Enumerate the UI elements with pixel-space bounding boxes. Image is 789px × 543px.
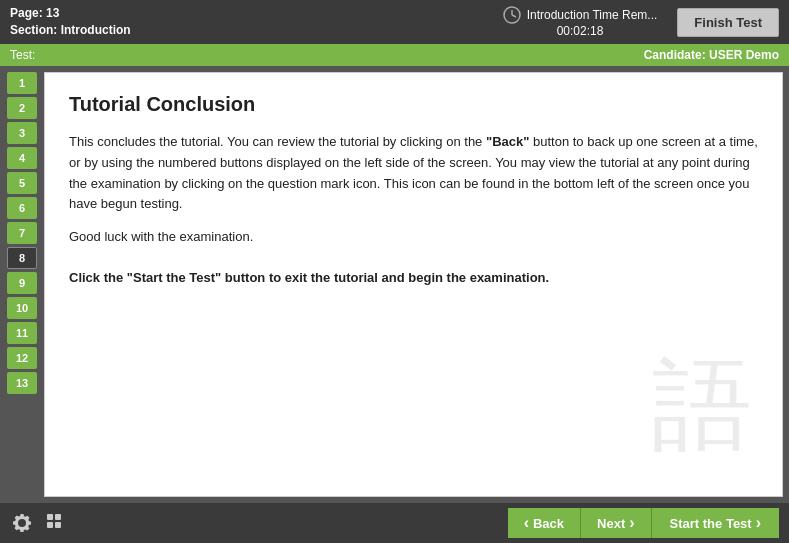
svg-rect-5 xyxy=(47,522,53,528)
back-chevron xyxy=(524,514,529,532)
sidebar-btn-12[interactable]: 12 xyxy=(7,347,37,369)
sidebar-btn-4[interactable]: 4 xyxy=(7,147,37,169)
sidebar-btn-6[interactable]: 6 xyxy=(7,197,37,219)
svg-rect-3 xyxy=(47,514,53,520)
sidebar-btn-9[interactable]: 9 xyxy=(7,272,37,294)
timer-value: 00:02:18 xyxy=(557,24,604,38)
main-area: 12345678910111213 Tutorial Conclusion Th… xyxy=(0,66,789,503)
candidate-name: USER Demo xyxy=(709,48,779,62)
back-label: Back xyxy=(533,516,564,531)
para1-text1: This concludes the tutorial. You can rev… xyxy=(69,134,486,149)
page-number: 13 xyxy=(46,6,59,20)
start-instruction: Click the "Start the Test" button to exi… xyxy=(69,268,758,289)
finish-test-button[interactable]: Finish Test xyxy=(677,8,779,37)
paragraph2: Good luck with the examination. xyxy=(69,227,758,248)
sidebar-btn-2[interactable]: 2 xyxy=(7,97,37,119)
sidebar-btn-3[interactable]: 3 xyxy=(7,122,37,144)
grid-icon[interactable] xyxy=(44,511,68,535)
footer: Back Next Start the Test xyxy=(0,503,789,543)
test-label: Test: xyxy=(10,48,35,62)
content-area: Tutorial Conclusion This concludes the t… xyxy=(44,72,783,497)
start-test-label: Start the Test xyxy=(670,516,752,531)
section-line: Section: Introduction xyxy=(10,22,483,39)
svg-rect-4 xyxy=(55,514,61,520)
svg-rect-6 xyxy=(55,522,61,528)
timer-label: Introduction Time Rem... xyxy=(527,8,658,22)
back-button[interactable]: Back xyxy=(508,508,580,538)
sidebar-btn-8[interactable]: 8 xyxy=(7,247,37,269)
start-test-button[interactable]: Start the Test xyxy=(651,508,779,538)
page-info: Page: 13 Section: Introduction xyxy=(10,5,483,39)
next-label: Next xyxy=(597,516,625,531)
sidebar: 12345678910111213 xyxy=(0,66,44,503)
sidebar-btn-5[interactable]: 5 xyxy=(7,172,37,194)
page-label: Page: xyxy=(10,6,43,20)
footer-icons xyxy=(10,511,68,535)
page-line: Page: 13 xyxy=(10,5,483,22)
settings-icon[interactable] xyxy=(10,511,34,535)
testbar: Test: Candidate: USER Demo xyxy=(0,44,789,66)
header: Page: 13 Section: Introduction Introduct… xyxy=(0,0,789,44)
start-chevron xyxy=(756,514,761,532)
svg-line-2 xyxy=(512,15,516,17)
sidebar-btn-11[interactable]: 11 xyxy=(7,322,37,344)
sidebar-btn-7[interactable]: 7 xyxy=(7,222,37,244)
candidate-info: Candidate: USER Demo xyxy=(644,48,779,62)
nav-buttons: Back Next Start the Test xyxy=(508,508,779,538)
sidebar-btn-13[interactable]: 13 xyxy=(7,372,37,394)
sidebar-btn-1[interactable]: 1 xyxy=(7,72,37,94)
next-chevron xyxy=(629,514,634,532)
candidate-label: Candidate: xyxy=(644,48,706,62)
timer-block: Introduction Time Rem... 00:02:18 xyxy=(503,6,658,38)
section-label: Section: xyxy=(10,23,57,37)
watermark: 語 xyxy=(652,356,752,456)
para1-bold: "Back" xyxy=(486,134,529,149)
paragraph1: This concludes the tutorial. You can rev… xyxy=(69,132,758,215)
next-button[interactable]: Next xyxy=(580,508,651,538)
clock-icon xyxy=(503,6,521,24)
content-title: Tutorial Conclusion xyxy=(69,93,758,116)
section-name: Introduction xyxy=(61,23,131,37)
sidebar-btn-10[interactable]: 10 xyxy=(7,297,37,319)
